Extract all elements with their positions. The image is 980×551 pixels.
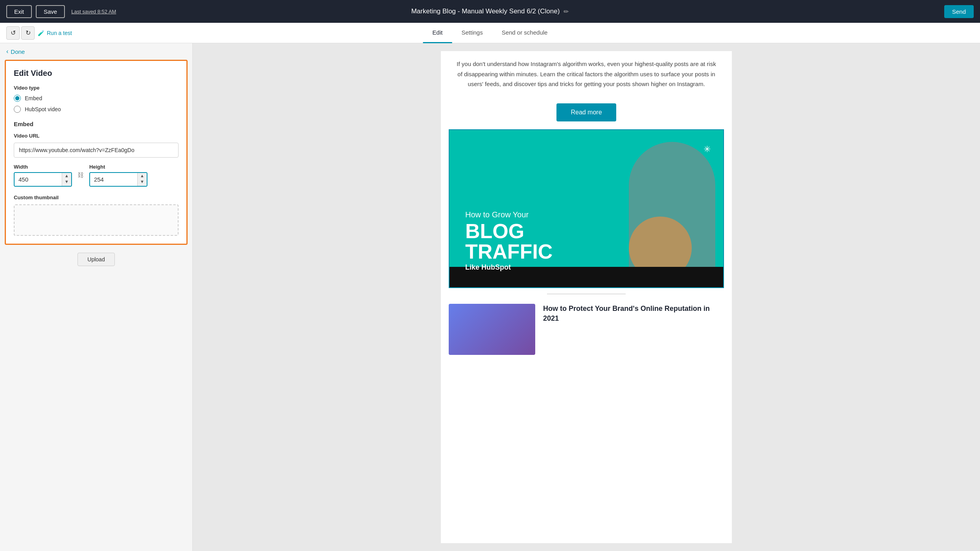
left-panel: ‹ Done Edit Video Video type Embed HubSp… (0, 43, 193, 551)
bottom-article-text: How to Protect Your Brand's Online Reput… (543, 304, 724, 323)
embed-section-title: Embed (14, 121, 179, 127)
width-label: Width (14, 164, 72, 170)
video-url-field: Video URL (14, 133, 179, 158)
sub-nav: ↺ ↻ 🧪 Run a test Edit Settings Send or s… (0, 23, 980, 43)
main-tabs: Edit Settings Send or schedule (423, 23, 557, 43)
tab-edit[interactable]: Edit (423, 23, 452, 43)
dimensions-row: Width ▲ ▼ ⛓ Height ▲ (14, 164, 179, 187)
main-layout: ‹ Done Edit Video Video type Embed HubSp… (0, 43, 980, 551)
page-title: Marketing Blog - Manual Weekly Send 6/2 … (411, 7, 569, 15)
redo-button[interactable]: ↻ (21, 26, 35, 40)
width-spinners: ▲ ▼ (62, 173, 71, 186)
height-input-wrap: ▲ ▼ (89, 172, 147, 187)
radio-embed-input[interactable] (14, 95, 21, 102)
last-saved-label: Last saved 8:52 AM (71, 9, 116, 15)
video-section[interactable]: How to Grow Your BLOG TRAFFIC Like HubSp… (449, 129, 724, 288)
bottom-article-title: How to Protect Your Brand's Online Reput… (543, 304, 724, 323)
tab-settings[interactable]: Settings (452, 23, 492, 43)
top-bar: Exit Save Last saved 8:52 AM Marketing B… (0, 0, 980, 23)
height-input[interactable] (90, 173, 137, 186)
chevron-left-icon: ‹ (6, 48, 8, 55)
radio-hubspot-input[interactable] (14, 106, 21, 113)
bottom-article-thumbnail (449, 304, 535, 355)
right-panel: If you don't understand how Instagram's … (193, 43, 980, 551)
height-down-button[interactable]: ▼ (138, 179, 147, 185)
send-button[interactable]: Send (944, 5, 974, 18)
bottom-article: How to Protect Your Brand's Online Reput… (441, 300, 732, 363)
panel-title: Edit Video (14, 69, 179, 78)
upload-button[interactable]: Upload (77, 253, 114, 266)
radio-hubspot-video[interactable]: HubSpot video (14, 106, 179, 113)
done-button[interactable]: ‹ Done (6, 48, 25, 55)
width-input[interactable] (15, 173, 62, 186)
video-url-label: Video URL (14, 133, 179, 139)
video-type-label: Video type (14, 85, 179, 91)
width-field: Width ▲ ▼ (14, 164, 72, 187)
email-content: If you don't understand how Instagram's … (441, 51, 732, 543)
article-description: If you don't understand how Instagram's … (441, 51, 732, 97)
exit-button[interactable]: Exit (6, 5, 32, 18)
tab-send-schedule[interactable]: Send or schedule (492, 23, 557, 43)
separator (547, 294, 626, 294)
done-bar: ‹ Done (0, 43, 192, 60)
thumbnail-dropzone[interactable] (14, 204, 179, 236)
height-label: Height (89, 164, 147, 170)
height-up-button[interactable]: ▲ (138, 173, 147, 179)
edit-title-icon[interactable]: ✏ (564, 8, 569, 15)
run-test-button[interactable]: 🧪 Run a test (38, 30, 72, 36)
video-type-radio-group: Embed HubSpot video (14, 95, 179, 113)
video-title-large: BLOG TRAFFIC (465, 221, 707, 262)
video-title-small: How to Grow Your (465, 210, 707, 219)
width-input-wrap: ▲ ▼ (14, 172, 72, 187)
video-url-input[interactable] (14, 143, 179, 158)
flask-icon: 🧪 (38, 30, 44, 36)
read-more-button[interactable]: Read more (556, 103, 616, 121)
width-up-button[interactable]: ▲ (62, 173, 71, 179)
undo-button[interactable]: ↺ (6, 26, 20, 40)
link-dimensions-icon: ⛓ (76, 172, 85, 179)
video-green-background: How to Grow Your BLOG TRAFFIC Like HubSp… (449, 130, 723, 287)
save-button[interactable]: Save (36, 5, 65, 18)
hubspot-logo-icon: ✳ (704, 144, 718, 158)
undo-redo-group: ↺ ↻ (6, 26, 35, 40)
width-down-button[interactable]: ▼ (62, 179, 71, 185)
height-field: Height ▲ ▼ (89, 164, 147, 187)
video-thumbnail: How to Grow Your BLOG TRAFFIC Like HubSp… (449, 130, 723, 287)
edit-video-panel: Edit Video Video type Embed HubSpot vide… (5, 60, 188, 245)
thumbnail-label: Custom thumbnail (14, 195, 179, 200)
radio-embed[interactable]: Embed (14, 95, 179, 102)
video-subtitle: Like HubSpot (465, 263, 707, 272)
height-spinners: ▲ ▼ (137, 173, 147, 186)
upload-section: Upload (0, 245, 192, 274)
